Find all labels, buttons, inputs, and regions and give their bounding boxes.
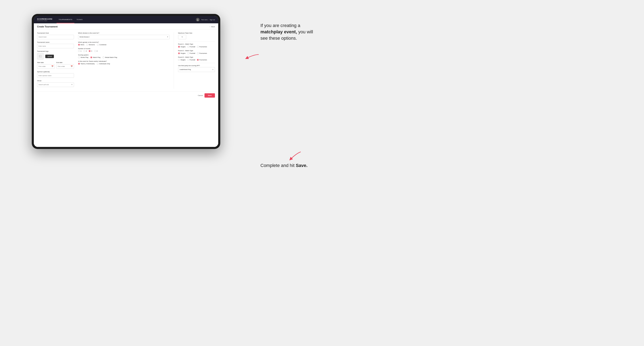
tournament-logo-label: Tournament logo <box>37 50 74 52</box>
rounds-4[interactable]: 4 <box>94 50 98 52</box>
scoreboard-title: SCOREBOARD <box>37 18 52 20</box>
division-group: Which division is the event for? NCAA Di… <box>78 32 170 39</box>
scoring-label: Scoring system <box>78 54 170 56</box>
end-date-wrapper: 📅 <box>56 64 74 69</box>
round3-fourball-radio[interactable] <box>187 59 189 61</box>
round2-singles[interactable]: Singles <box>178 52 186 54</box>
teams-label: Is this event for Teams and/or Individua… <box>78 60 170 62</box>
gender-womens-label: Womens <box>89 44 95 46</box>
round2-fourball[interactable]: Fourball <box>187 52 195 54</box>
nav-signout[interactable]: Sign out <box>210 19 215 20</box>
round3-singles-radio[interactable] <box>178 59 180 61</box>
logo-placeholder <box>37 53 44 60</box>
end-date-label: End date <box>56 62 74 63</box>
tournament-host-input[interactable] <box>37 35 74 39</box>
api-input-wrapper: Leaderboard King ✕ <box>178 67 215 72</box>
col-left: Tournament Host Tournament name Tourname… <box>37 32 78 89</box>
api-group: Use third-party live scoring API? Leader… <box>178 65 215 72</box>
round2-match-type: Round 2 - Match Type Singles Fourball <box>178 50 215 54</box>
scoreboard-logo: SCOREBOARD Powered by clippit <box>37 18 52 21</box>
nav-tournaments[interactable]: TOURNAMENTS <box>56 16 74 23</box>
round2-fourball-radio[interactable] <box>187 52 189 54</box>
rounds-3-radio[interactable] <box>89 50 90 52</box>
round2-label: Round 2 - Match Type <box>178 50 215 52</box>
gender-mens-radio[interactable] <box>78 44 80 46</box>
gender-womens-radio[interactable] <box>86 44 88 46</box>
end-date-input[interactable] <box>56 64 74 69</box>
round3-options: Singles Fourball Foursomes <box>178 59 215 61</box>
start-date-input[interactable] <box>37 64 55 69</box>
scoring-match-radio[interactable] <box>90 56 92 58</box>
gender-womens[interactable]: Womens <box>86 44 95 46</box>
nav-user-text: Test User | <box>201 19 208 20</box>
round3-foursomes[interactable]: Foursomes <box>197 59 207 61</box>
gender-combined-radio[interactable] <box>97 44 99 46</box>
round3-singles[interactable]: Singles <box>178 59 186 61</box>
round1-singles[interactable]: Singles <box>178 46 186 48</box>
api-value: Leaderboard King ✕ <box>178 67 215 72</box>
round1-singles-radio[interactable] <box>178 46 180 48</box>
col-middle: Which division is the event for? NCAA Di… <box>78 32 174 89</box>
form-title: Create Tournament <box>37 25 58 28</box>
scoring-medal-radio[interactable] <box>102 56 104 58</box>
round2-foursomes[interactable]: Foursomes <box>197 52 207 54</box>
division-select-wrapper: NCAA Division I NCAA Division II NCAA Di… <box>78 35 170 39</box>
scoring-medal[interactable]: Medal Match Play <box>102 56 117 58</box>
round1-fourball[interactable]: Fourball <box>187 46 195 48</box>
rounds-4-radio[interactable] <box>94 50 96 52</box>
sponsor-input[interactable] <box>37 73 74 78</box>
individuals-only[interactable]: Individuals Only <box>97 63 110 65</box>
form-header: Create Tournament ← Back <box>34 23 218 30</box>
rounds-4-label: 4 <box>97 50 98 52</box>
scoring-stroke[interactable]: Stroke Play <box>78 56 88 58</box>
round1-match-type: Round 1 - Match Type Singles Fourball <box>178 43 215 48</box>
gender-mens[interactable]: Mens <box>78 44 84 46</box>
teams-plus-individuals[interactable]: Teams (+Individuals) <box>78 63 95 65</box>
round1-fourball-radio[interactable] <box>187 46 189 48</box>
rounds-2-radio[interactable] <box>84 50 85 52</box>
svg-rect-2 <box>39 55 42 57</box>
date-row: Start date 📅 End date 📅 <box>37 62 74 69</box>
rounds-1[interactable]: 1 <box>78 50 81 52</box>
back-button[interactable]: ← Back <box>209 26 215 28</box>
max-team-size-label: Maximum Team Size <box>178 32 215 34</box>
scoring-match[interactable]: Match Play <box>90 56 100 58</box>
scoring-match-label: Match Play <box>93 56 100 58</box>
max-team-size-input[interactable] <box>178 35 186 39</box>
scoring-stroke-radio[interactable] <box>78 56 80 58</box>
save-button[interactable]: Save <box>204 93 215 98</box>
teams-plus-label: Teams (+Individuals) <box>80 63 95 65</box>
round1-foursomes-radio[interactable] <box>197 46 199 48</box>
tournament-logo-group: Tournament logo Upload <box>37 50 74 60</box>
rounds-1-radio[interactable] <box>78 50 80 52</box>
rounds-3[interactable]: 3 <box>89 50 92 52</box>
round3-fourball[interactable]: Fourball <box>187 59 195 61</box>
nav-teams[interactable]: TEAMS <box>74 16 84 23</box>
round3-foursomes-label: Foursomes <box>199 59 207 61</box>
tournament-host-group: Tournament Host <box>37 32 74 39</box>
round2-foursomes-radio[interactable] <box>197 52 199 54</box>
api-clear-button[interactable]: ✕ <box>212 69 214 71</box>
gender-group: Which gender is the event for? Mens Wome… <box>78 41 170 46</box>
upload-button[interactable]: Upload <box>45 55 54 58</box>
navbar: SCOREBOARD Powered by clippit TOURNAMENT… <box>34 16 218 23</box>
division-select[interactable]: NCAA Division I NCAA Division II NCAA Di… <box>78 35 170 39</box>
round2-singles-radio[interactable] <box>178 52 180 54</box>
round1-fourball-label: Fourball <box>190 46 195 48</box>
rounds-2[interactable]: 2 <box>84 50 87 52</box>
user-avatar <box>196 18 200 21</box>
rounds-label: Number of rounds <box>78 48 170 49</box>
cancel-button[interactable]: Cancel <box>198 95 203 96</box>
rounds-group: Number of rounds 1 2 <box>78 48 170 52</box>
teams-plus-radio[interactable] <box>78 63 80 65</box>
annotation-bold-matchplay: matchplay event, <box>260 29 297 34</box>
individuals-only-radio[interactable] <box>97 63 98 65</box>
tournament-name-input[interactable] <box>37 44 74 48</box>
sponsor-group: Sponsor (optional) <box>37 71 74 78</box>
round1-foursomes[interactable]: Foursomes <box>197 46 207 48</box>
gender-combined[interactable]: Combined <box>97 44 106 46</box>
scoring-group: Scoring system Stroke Play Match Play <box>78 54 170 58</box>
venue-input[interactable] <box>37 82 74 87</box>
svg-point-0 <box>197 19 198 20</box>
round3-foursomes-radio[interactable] <box>197 59 199 61</box>
